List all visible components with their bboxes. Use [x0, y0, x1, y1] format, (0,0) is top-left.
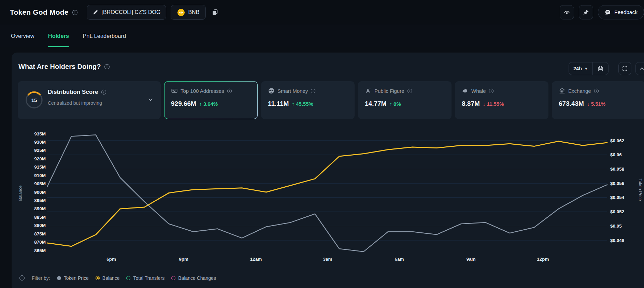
left-axis-tick: 890M [34, 206, 46, 211]
left-axis-tick: 885M [34, 215, 46, 220]
stat-value: 14.77M [365, 100, 386, 107]
bank-icon [559, 87, 566, 94]
stat-info-icon[interactable] [489, 88, 494, 93]
sunglasses-face-icon [268, 87, 275, 94]
distribution-score-card[interactable]: 15 Distribution Score Centralized but im… [18, 81, 161, 119]
panel-title: What Are Holders Doing? [18, 63, 110, 71]
left-axis-tick: 920M [34, 156, 46, 161]
stat-change: ↑ 3.64% [199, 101, 218, 107]
right-axis-tick: $0.058 [610, 167, 625, 172]
right-axis-tick: $0.048 [610, 238, 625, 243]
balance-line [47, 141, 607, 246]
distribution-status: Centralized but improving [48, 100, 102, 106]
stat-label-text: Exchange [568, 88, 591, 94]
distribution-score-value: 15 [31, 97, 37, 103]
page-title: Token God Mode [10, 8, 69, 16]
stat-value: 11.11M [268, 100, 289, 107]
chevron-up-icon [639, 66, 644, 72]
right-axis-tick: $0.054 [610, 195, 625, 200]
calendar-button[interactable] [592, 62, 608, 75]
stat-value: 673.43M [559, 100, 584, 107]
x-axis-tick: 12pm [537, 257, 549, 262]
panel-info-icon[interactable] [104, 64, 110, 70]
left-axis-tick: 895M [34, 198, 46, 203]
left-axis-tick: 925M [34, 148, 46, 153]
stat-info-icon[interactable] [407, 88, 412, 93]
x-axis-tick: 9pm [179, 257, 188, 262]
person-star-icon [365, 87, 372, 94]
stat-card-smart-money[interactable]: Smart Money 11.11M ↑ 45.55% [261, 81, 355, 119]
token-price-marker [57, 276, 61, 280]
left-axis-tick: 915M [34, 164, 46, 170]
chevron-down-icon: ▼ [584, 67, 588, 71]
stat-change: ↓ 5.51% [587, 101, 605, 107]
pin-button[interactable] [579, 5, 593, 19]
distribution-info-icon[interactable] [101, 89, 106, 95]
legend-item-total-transfers[interactable]: Total Transfers [126, 275, 164, 281]
stat-label-text: Whale [471, 88, 486, 94]
chain-selector[interactable]: BNB [171, 5, 206, 20]
stat-label-text: Public Figure [374, 88, 404, 94]
page-info-icon[interactable] [72, 10, 78, 15]
fullscreen-button[interactable] [618, 62, 631, 75]
token-selector[interactable]: [BROCCOLI] CZ'S DOG [87, 5, 167, 20]
holders-activity-panel: What Are Holders Doing? 24h ▼ [12, 53, 644, 288]
token-price-line [47, 135, 607, 251]
stat-info-icon[interactable] [227, 88, 232, 93]
feedback-label: Feedback [614, 9, 638, 15]
stat-card-whale[interactable]: Whale 8.87M ↓ 11.55% [455, 81, 548, 119]
header: Token God Mode [BROCCOLI] CZ'S DOG [0, 0, 644, 25]
collapse-button[interactable] [635, 62, 644, 75]
pin-icon [582, 9, 589, 16]
left-axis-tick: 865M [34, 248, 46, 253]
right-axis-title: Token Price [638, 178, 643, 201]
left-axis-tick: 910M [34, 173, 46, 178]
tab-holders[interactable]: Holders [48, 25, 69, 47]
feedback-button[interactable]: Feedback [598, 5, 644, 19]
tab-overview[interactable]: Overview [11, 25, 34, 47]
holders-chart: $0.062$0.06$0.058$0.056$0.054$0.052$0.05… [12, 116, 644, 276]
stat-change: ↓ 11.55% [483, 101, 504, 107]
bnb-icon [177, 9, 185, 16]
legend-item-token-price[interactable]: Token Price [57, 275, 89, 281]
stat-card-exchange[interactable]: Exchange 673.43M ↓ 5.51% [552, 81, 644, 119]
left-axis-tick: 935M [34, 131, 46, 136]
stat-card-top-100-addresses[interactable]: Top 100 Addresses 929.66M ↑ 3.64% [164, 81, 258, 119]
stat-info-icon[interactable] [311, 88, 316, 93]
stat-info-icon[interactable] [594, 88, 599, 93]
chart-legend: Filter by: Token Price Balance Total Tra… [19, 275, 216, 281]
gauge-arc [28, 92, 40, 95]
left-axis-title: Balance [18, 185, 23, 201]
legend-prefix: Filter by: [32, 275, 50, 281]
balance-marker [96, 276, 100, 280]
right-axis-tick: $0.06 [610, 152, 622, 157]
legend-item-balance-changes[interactable]: Balance Changes [171, 275, 216, 281]
right-axis-tick: $0.052 [610, 209, 624, 214]
distribution-score-label: Distribution Score [48, 89, 106, 96]
chain-name: BNB [188, 9, 199, 15]
timeframe-value: 24h [573, 66, 582, 71]
stat-change: ↑ 0% [389, 101, 401, 107]
stat-label-text: Smart Money [277, 88, 308, 94]
total-transfers-marker [126, 276, 130, 280]
distribution-chevron-down-icon[interactable] [147, 96, 154, 103]
chat-icon [604, 9, 611, 16]
left-axis-tick: 930M [34, 140, 46, 145]
fullscreen-icon [622, 66, 628, 72]
legend-info-icon[interactable] [19, 275, 25, 281]
pencil-icon [92, 9, 99, 15]
timeframe-dropdown[interactable]: 24h ▼ [569, 62, 592, 75]
tab-pnl-leaderboard[interactable]: PnL Leaderboard [83, 25, 126, 47]
left-axis-tick: 875M [34, 231, 46, 236]
watch-button[interactable] [560, 5, 574, 19]
left-axis-tick: 880M [34, 223, 46, 228]
copy-icon[interactable] [211, 9, 219, 16]
stat-value: 8.87M [462, 100, 480, 107]
token-name: [BROCCOLI] CZ'S DOG [102, 9, 161, 15]
stat-card-public-figure[interactable]: Public Figure 14.77M ↑ 0% [358, 81, 452, 119]
legend-item-balance[interactable]: Balance [96, 275, 120, 281]
x-axis-tick: 3am [323, 257, 332, 262]
stat-label-text: Top 100 Addresses [181, 88, 224, 94]
x-axis-tick: 6am [395, 257, 404, 262]
x-axis-tick: 6pm [106, 257, 116, 262]
